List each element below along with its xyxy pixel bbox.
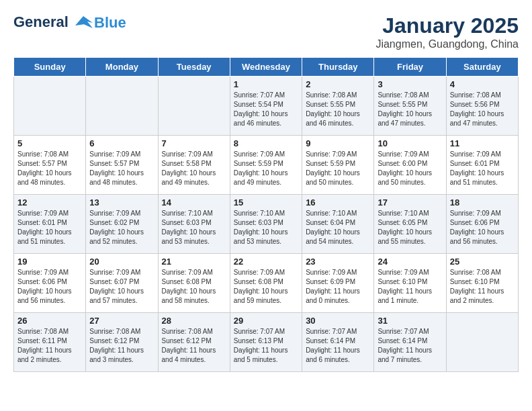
calendar-cell: 16Sunrise: 7:10 AM Sunset: 6:04 PM Dayli… <box>302 195 374 254</box>
day-info: Sunrise: 7:08 AM Sunset: 6:11 PM Dayligh… <box>17 327 82 365</box>
calendar-cell <box>446 313 518 372</box>
logo: General Blue <box>13 13 126 32</box>
day-info: Sunrise: 7:09 AM Sunset: 6:07 PM Dayligh… <box>89 268 154 306</box>
day-number: 29 <box>234 316 298 326</box>
day-number: 28 <box>162 316 226 326</box>
day-number: 25 <box>450 257 515 267</box>
day-number: 11 <box>450 138 515 148</box>
day-info: Sunrise: 7:08 AM Sunset: 5:55 PM Dayligh… <box>378 91 442 128</box>
calendar-cell: 3Sunrise: 7:08 AM Sunset: 5:55 PM Daylig… <box>374 77 446 136</box>
day-header-saturday: Saturday <box>446 58 518 77</box>
calendar-cell: 20Sunrise: 7:09 AM Sunset: 6:07 PM Dayli… <box>86 254 158 313</box>
day-number: 27 <box>89 316 154 326</box>
calendar-cell: 19Sunrise: 7:09 AM Sunset: 6:06 PM Dayli… <box>14 254 86 313</box>
day-number: 8 <box>234 138 298 148</box>
day-info: Sunrise: 7:09 AM Sunset: 6:00 PM Dayligh… <box>378 150 442 187</box>
day-info: Sunrise: 7:07 AM Sunset: 6:13 PM Dayligh… <box>234 327 298 365</box>
day-headers: SundayMondayTuesdayWednesdayThursdayFrid… <box>14 58 519 77</box>
day-header-tuesday: Tuesday <box>158 58 230 77</box>
calendar-cell: 14Sunrise: 7:10 AM Sunset: 6:03 PM Dayli… <box>158 195 230 254</box>
calendar-cell: 13Sunrise: 7:09 AM Sunset: 6:02 PM Dayli… <box>86 195 158 254</box>
day-info: Sunrise: 7:09 AM Sunset: 6:02 PM Dayligh… <box>89 209 154 246</box>
page-title: January 2025 <box>375 13 519 38</box>
calendar-cell: 9Sunrise: 7:09 AM Sunset: 5:59 PM Daylig… <box>302 136 374 195</box>
day-number: 15 <box>234 197 298 208</box>
calendar-cell: 11Sunrise: 7:09 AM Sunset: 6:01 PM Dayli… <box>446 136 518 195</box>
day-number: 1 <box>234 79 298 89</box>
day-info: Sunrise: 7:08 AM Sunset: 6:10 PM Dayligh… <box>450 268 515 306</box>
calendar-cell: 29Sunrise: 7:07 AM Sunset: 6:13 PM Dayli… <box>230 313 302 372</box>
day-number: 6 <box>89 138 154 148</box>
day-number: 2 <box>306 79 370 89</box>
day-info: Sunrise: 7:09 AM Sunset: 5:57 PM Dayligh… <box>89 150 154 187</box>
day-info: Sunrise: 7:10 AM Sunset: 6:03 PM Dayligh… <box>234 209 298 246</box>
day-header-monday: Monday <box>86 58 158 77</box>
day-number: 9 <box>306 138 370 148</box>
day-number: 26 <box>17 316 82 326</box>
day-info: Sunrise: 7:08 AM Sunset: 6:12 PM Dayligh… <box>162 327 226 365</box>
calendar-cell: 4Sunrise: 7:08 AM Sunset: 5:56 PM Daylig… <box>446 77 518 136</box>
day-number: 18 <box>450 197 515 208</box>
day-number: 19 <box>17 257 82 267</box>
day-number: 20 <box>89 257 154 267</box>
day-info: Sunrise: 7:10 AM Sunset: 6:05 PM Dayligh… <box>378 209 442 246</box>
calendar-cell: 1Sunrise: 7:07 AM Sunset: 5:54 PM Daylig… <box>230 77 302 136</box>
day-number: 16 <box>306 197 370 208</box>
day-info: Sunrise: 7:09 AM Sunset: 6:01 PM Dayligh… <box>17 209 82 246</box>
calendar-cell: 30Sunrise: 7:07 AM Sunset: 6:14 PM Dayli… <box>302 313 374 372</box>
day-header-wednesday: Wednesday <box>230 58 302 77</box>
day-info: Sunrise: 7:09 AM Sunset: 5:58 PM Dayligh… <box>162 150 226 187</box>
day-info: Sunrise: 7:07 AM Sunset: 6:14 PM Dayligh… <box>306 327 370 365</box>
calendar-cell: 21Sunrise: 7:09 AM Sunset: 6:08 PM Dayli… <box>158 254 230 313</box>
calendar-cell: 12Sunrise: 7:09 AM Sunset: 6:01 PM Dayli… <box>14 195 86 254</box>
day-number: 7 <box>162 138 226 148</box>
day-number: 3 <box>378 79 442 89</box>
calendar-cell: 18Sunrise: 7:09 AM Sunset: 6:06 PM Dayli… <box>446 195 518 254</box>
calendar-cell: 25Sunrise: 7:08 AM Sunset: 6:10 PM Dayli… <box>446 254 518 313</box>
day-number: 4 <box>450 79 515 89</box>
day-number: 21 <box>162 257 226 267</box>
day-info: Sunrise: 7:08 AM Sunset: 6:12 PM Dayligh… <box>89 327 154 365</box>
day-info: Sunrise: 7:09 AM Sunset: 6:06 PM Dayligh… <box>450 209 515 246</box>
day-info: Sunrise: 7:09 AM Sunset: 6:06 PM Dayligh… <box>17 268 82 306</box>
day-info: Sunrise: 7:09 AM Sunset: 6:08 PM Dayligh… <box>234 268 298 306</box>
calendar-week-5: 26Sunrise: 7:08 AM Sunset: 6:11 PM Dayli… <box>14 313 519 372</box>
day-info: Sunrise: 7:08 AM Sunset: 5:57 PM Dayligh… <box>17 150 82 187</box>
day-info: Sunrise: 7:09 AM Sunset: 5:59 PM Dayligh… <box>234 150 298 187</box>
day-header-thursday: Thursday <box>302 58 374 77</box>
logo-bird-icon <box>74 13 93 32</box>
calendar-cell: 17Sunrise: 7:10 AM Sunset: 6:05 PM Dayli… <box>374 195 446 254</box>
day-header-sunday: Sunday <box>14 58 86 77</box>
calendar-cell: 31Sunrise: 7:07 AM Sunset: 6:14 PM Dayli… <box>374 313 446 372</box>
day-info: Sunrise: 7:10 AM Sunset: 6:03 PM Dayligh… <box>162 209 226 246</box>
calendar-cell: 2Sunrise: 7:08 AM Sunset: 5:55 PM Daylig… <box>302 77 374 136</box>
calendar-cell: 24Sunrise: 7:09 AM Sunset: 6:10 PM Dayli… <box>374 254 446 313</box>
svg-marker-0 <box>75 16 93 28</box>
day-info: Sunrise: 7:07 AM Sunset: 6:14 PM Dayligh… <box>378 327 442 365</box>
calendar-week-2: 5Sunrise: 7:08 AM Sunset: 5:57 PM Daylig… <box>14 136 519 195</box>
day-number: 30 <box>306 316 370 326</box>
page-header: General Blue January 2025 Jiangmen, Guan… <box>13 13 519 50</box>
day-number: 17 <box>378 197 442 208</box>
day-number: 31 <box>378 316 442 326</box>
day-number: 12 <box>17 197 82 208</box>
calendar-cell: 10Sunrise: 7:09 AM Sunset: 6:00 PM Dayli… <box>374 136 446 195</box>
day-number: 5 <box>17 138 82 148</box>
calendar-week-4: 19Sunrise: 7:09 AM Sunset: 6:06 PM Dayli… <box>14 254 519 313</box>
calendar-cell: 8Sunrise: 7:09 AM Sunset: 5:59 PM Daylig… <box>230 136 302 195</box>
logo-general: General <box>13 13 69 30</box>
calendar-cell: 28Sunrise: 7:08 AM Sunset: 6:12 PM Dayli… <box>158 313 230 372</box>
calendar-cell <box>14 77 86 136</box>
calendar-cell: 6Sunrise: 7:09 AM Sunset: 5:57 PM Daylig… <box>86 136 158 195</box>
calendar-week-1: 1Sunrise: 7:07 AM Sunset: 5:54 PM Daylig… <box>14 77 519 136</box>
day-info: Sunrise: 7:09 AM Sunset: 6:10 PM Dayligh… <box>378 268 442 306</box>
calendar-cell <box>158 77 230 136</box>
day-info: Sunrise: 7:10 AM Sunset: 6:04 PM Dayligh… <box>306 209 370 246</box>
day-info: Sunrise: 7:08 AM Sunset: 5:56 PM Dayligh… <box>450 91 515 128</box>
calendar-cell: 15Sunrise: 7:10 AM Sunset: 6:03 PM Dayli… <box>230 195 302 254</box>
day-number: 14 <box>162 197 226 208</box>
day-number: 23 <box>306 257 370 267</box>
page-subtitle: Jiangmen, Guangdong, China <box>375 38 519 50</box>
day-info: Sunrise: 7:09 AM Sunset: 6:08 PM Dayligh… <box>162 268 226 306</box>
day-number: 24 <box>378 257 442 267</box>
